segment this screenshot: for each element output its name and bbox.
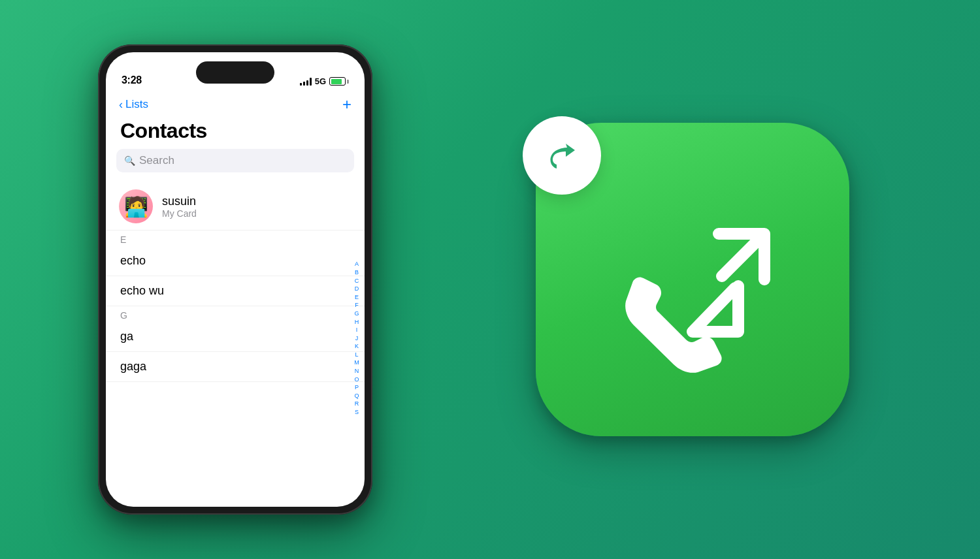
alphabet-index[interactable]: A B C D E F G H I J K L M N O P Q [353, 183, 361, 494]
phone-screen: 3:28 5G [106, 52, 365, 507]
contacts-title: Contacts [120, 119, 207, 143]
back-button[interactable]: ‹ Lists [119, 98, 148, 112]
reply-badge [523, 116, 601, 195]
my-card-name: susuin [162, 195, 197, 208]
contacts-list: 🧑‍💻 susuin My Card E echo echo wu G ga [106, 183, 365, 507]
signal-icon [300, 78, 312, 86]
phone-arrows-icon [581, 182, 804, 377]
contact-echo[interactable]: echo [106, 246, 365, 276]
my-card-subtitle: My Card [162, 208, 197, 219]
battery-icon [329, 77, 349, 86]
search-icon: 🔍 [124, 155, 135, 166]
avatar-emoji: 🧑‍💻 [124, 195, 148, 218]
svg-line-1 [694, 288, 735, 330]
phone-mockup: 3:28 5G [98, 44, 372, 515]
contact-ga[interactable]: ga [106, 322, 365, 352]
contact-gaga[interactable]: gaga [106, 352, 365, 382]
back-label: Lists [125, 98, 148, 111]
search-placeholder: Search [139, 154, 174, 167]
app-icon-area [503, 90, 882, 469]
status-icons: 5G [300, 76, 349, 86]
phone-frame: 3:28 5G [98, 44, 372, 515]
add-contact-button[interactable]: + [342, 95, 351, 114]
section-header-e: E [106, 231, 365, 246]
search-bar[interactable]: 🔍 Search [116, 149, 354, 172]
dynamic-island [196, 61, 274, 84]
reply-arrow-icon [542, 136, 581, 175]
status-time: 3:28 [122, 74, 142, 86]
section-header-g: G [106, 306, 365, 322]
svg-line-0 [722, 235, 763, 276]
contact-echo-wu[interactable]: echo wu [106, 276, 365, 306]
my-card-info: susuin My Card [162, 195, 197, 219]
network-type: 5G [315, 76, 326, 86]
avatar: 🧑‍💻 [119, 189, 153, 223]
my-card-row[interactable]: 🧑‍💻 susuin My Card [106, 183, 365, 231]
chevron-left-icon: ‹ [119, 98, 123, 112]
nav-bar: ‹ Lists + [106, 90, 365, 119]
